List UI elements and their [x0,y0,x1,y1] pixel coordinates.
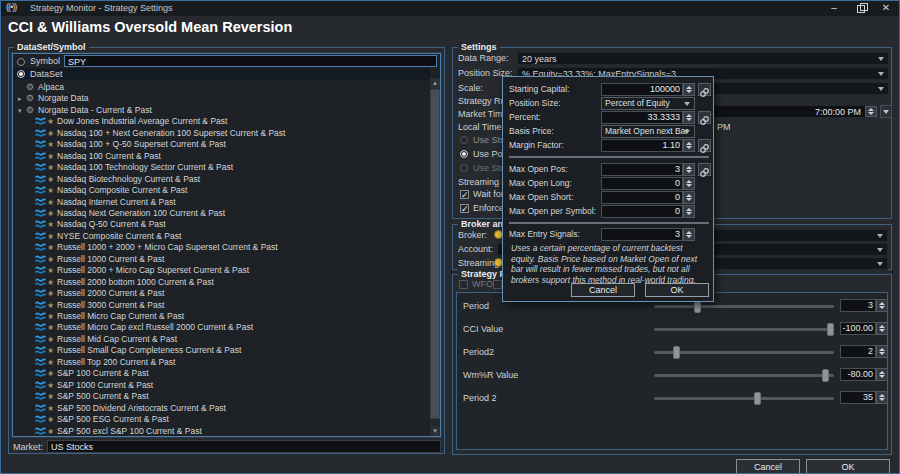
param-slider[interactable] [654,351,834,354]
popup-spinner[interactable] [683,83,695,96]
dialog-ok-button[interactable]: OK [806,459,890,474]
minimize-button[interactable]: – [826,1,842,14]
popup-spinner[interactable] [683,228,695,241]
param-spinner[interactable] [876,368,888,381]
link-icon[interactable] [698,163,711,176]
popup-number-input[interactable]: 3 [601,228,683,241]
link-icon[interactable] [698,83,711,96]
tree-dataset-item[interactable]: ★Russell 1000 Current & Past [13,254,425,265]
tree-provider[interactable]: ⚙Alpaca [13,82,425,93]
popup-spinner[interactable] [683,139,695,152]
param-value[interactable]: -100.00 [840,322,876,335]
tree-dataset-item[interactable]: ★S&P 1000 Current & Past [13,380,425,391]
tree-dataset-item[interactable]: ★Nasdaq 100 + Q-50 Superset Current & Pa… [13,139,425,150]
popup-number-input[interactable]: 100000 [601,83,683,96]
tree-dataset-item[interactable]: ★Nasdaq Biotechnology Current & Past [13,174,425,185]
param-spinner[interactable] [876,322,888,335]
tree-dataset-item[interactable]: ★Dow Jones Industrial Average Current & … [13,116,425,127]
tree-dataset-item[interactable]: ★Nasdaq 100 Technology Sector Current & … [13,162,425,173]
market-time-dropdown-button[interactable] [880,105,892,118]
data-range-select[interactable]: 20 years [517,52,889,65]
popup-select[interactable]: Percent of Equity [601,97,695,110]
scroll-up-icon[interactable]: ▲ [430,78,440,88]
enforce-checkbox[interactable]: ✓ [460,204,469,213]
expand-arrow-icon[interactable]: ▾ [18,105,22,116]
market-select[interactable]: US Stocks [47,440,441,453]
param-spinner[interactable] [876,345,888,358]
use-streaming-radio-2[interactable] [460,164,468,172]
tree-scrollbar[interactable]: ▲ ▼ [430,78,440,436]
scrollbar-thumb[interactable] [430,89,440,419]
tree-dataset-item[interactable]: ★S&P 500 Current & Past [13,391,425,402]
popup-spinner[interactable] [683,205,695,218]
popup-spinner[interactable] [683,191,695,204]
dataset-radio[interactable] [17,70,25,78]
slider-thumb[interactable] [827,323,834,336]
dialog-cancel-button[interactable]: Cancel [736,459,800,474]
tree-dataset-item[interactable]: ★NYSE Composite Current & Past [13,231,425,242]
p-checkbox[interactable] [493,280,502,289]
tree-provider[interactable]: ▾⚙Norgate Data - Current & Past [13,105,425,116]
tree-provider[interactable]: ▸⚙Norgate Data [13,93,425,104]
tree-dataset-item[interactable]: ★S&P 500 Dividend Aristocrats Current & … [13,403,425,414]
tree-dataset-item[interactable]: ★Nasdaq 100 + Next Generation 100 Supers… [13,128,425,139]
symbol-radio[interactable] [17,58,25,66]
symbol-input[interactable]: SPY [64,55,437,67]
tree-dataset-item[interactable]: ★Russell 2000 + Micro Cap Superset Curre… [13,265,425,276]
expand-arrow-icon[interactable]: ▸ [18,93,22,104]
popup-number-input[interactable]: 0 [601,205,683,218]
link-icon[interactable] [698,111,711,124]
tree-dataset-item[interactable]: ★Nasdaq 100 Current & Past [13,151,425,162]
popup-spinner[interactable] [683,163,695,176]
tree-dataset-item[interactable]: ★Nasdaq Internet Current & Past [13,197,425,208]
param-slider[interactable] [654,374,834,377]
param-slider[interactable] [654,328,834,331]
wfo-checkbox[interactable] [459,280,468,289]
tree-dataset-item[interactable]: ★Russell Micro Cap Current & Past [13,311,425,322]
param-spinner[interactable] [876,391,888,404]
param-value[interactable]: 3 [840,299,876,312]
popup-number-input[interactable]: 33.3333 [601,111,683,124]
tree-dataset-item[interactable]: ★Russell 2000 Current & Past [13,288,425,299]
popup-spinner[interactable] [683,111,695,124]
popup-cancel-button[interactable]: Cancel [571,283,635,297]
link-icon[interactable] [698,139,711,152]
tree-dataset-item[interactable]: ★Russell Small Cap Completeness Current … [13,345,425,356]
slider-thumb[interactable] [822,369,829,382]
param-spinner[interactable] [876,299,888,312]
tree-dataset-item[interactable]: ★Russell Micro Cap excl Russell 2000 Cur… [13,322,425,333]
tree-dataset-item[interactable]: ★Nasdaq Q-50 Current & Past [13,219,425,230]
use-polling-radio[interactable] [460,150,468,158]
tree-dataset-item[interactable]: ★Russell 2000 bottom 1000 Current & Past [13,277,425,288]
scroll-down-icon[interactable]: ▼ [430,426,440,436]
slider-thumb[interactable] [673,346,680,359]
tree-dataset-item[interactable]: ★S&P 500 excl S&P 100 Current & Past [13,426,425,437]
close-button[interactable]: ✕ [878,1,894,14]
tree-dataset-item[interactable]: ★Russell 1000 + 2000 + Micro Cap Superse… [13,242,425,253]
param-value[interactable]: -80.00 [840,368,876,381]
tree-dataset-item[interactable]: ★Nasdaq Next Generation 100 Current & Pa… [13,208,425,219]
popup-number-input[interactable]: 0 [601,177,683,190]
param-value[interactable]: 2 [840,345,876,358]
tree-dataset-item[interactable]: ★Russell Mid Cap Current & Past [13,334,425,345]
wait-for-all-checkbox[interactable]: ✓ [460,190,469,199]
tree-dataset-item[interactable]: ★Russell 3000 Current & Past [13,300,425,311]
tree-dataset-item[interactable]: ★Russell Top 200 Current & Past [13,357,425,368]
slider-thumb[interactable] [754,392,761,405]
tree-dataset-item[interactable]: ★Nasdaq Composite Current & Past [13,185,425,196]
popup-number-input[interactable]: 1.10 [601,139,683,152]
tree-dataset-item[interactable]: ★S&P 500 ESG Current & Past [13,414,425,425]
popup-number-input[interactable]: 0 [601,191,683,204]
popup-spinner[interactable] [683,177,695,190]
tree-dataset-item[interactable]: ★S&P 100 Current & Past [13,368,425,379]
popup-ok-button[interactable]: OK [645,283,709,297]
popup-number-input[interactable]: 3 [601,163,683,176]
use-streaming-radio-1[interactable] [460,136,468,144]
param-value[interactable]: 35 [840,391,876,404]
popup-select[interactable]: Market Open next Bar [601,125,695,138]
param-slider[interactable] [654,305,834,308]
market-time-spinner[interactable] [865,106,877,117]
restore-button[interactable] [852,1,868,14]
favorite-star-icon: ★ [47,219,54,230]
param-slider[interactable] [654,397,834,400]
